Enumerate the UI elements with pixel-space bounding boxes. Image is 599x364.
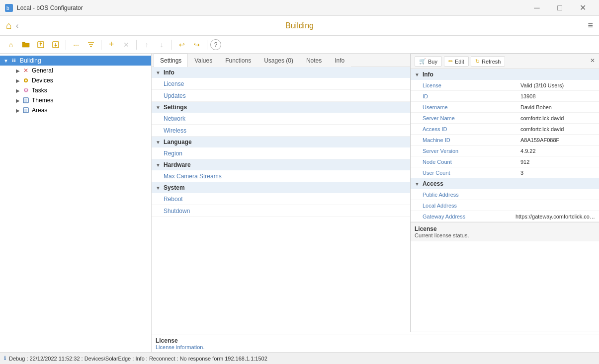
- themes-expand-icon[interactable]: ▶: [14, 96, 22, 104]
- tab-values[interactable]: Values: [188, 54, 219, 67]
- panel-serverversion-key: Server Version: [423, 148, 520, 154]
- main-layout: ▼ Building ▶ ✕ General ▶ Devices ▶ ⚙ Tas…: [0, 54, 599, 352]
- panel-serverversion-row[interactable]: Server Version 4.9.22: [411, 146, 599, 156]
- status-icon: ℹ: [4, 355, 6, 362]
- panel-machineid-val: A8A159AF088F: [520, 137, 595, 143]
- panel-usercount-key: User Count: [423, 170, 520, 176]
- svg-rect-9: [14, 60, 15, 62]
- panel-nodecount-row[interactable]: Node Count 912: [411, 156, 599, 167]
- page-title: Building: [285, 21, 314, 30]
- panel-localaddress-key: Local Address: [423, 203, 520, 209]
- tab-usages[interactable]: Usages (0): [257, 54, 300, 67]
- panel-accessid-row[interactable]: Access ID comfortclick.david: [411, 124, 599, 135]
- panel-info-section-header[interactable]: ▼ Info: [411, 69, 599, 80]
- panel-usercount-row[interactable]: User Count 3: [411, 167, 599, 178]
- maximize-button[interactable]: □: [548, 0, 571, 16]
- general-label: General: [32, 67, 53, 74]
- panel-username-val: David Boben: [520, 104, 595, 110]
- sidebar-item-areas[interactable]: ▶ Areas: [0, 105, 151, 115]
- areas-expand-icon[interactable]: ▶: [14, 106, 22, 114]
- title-bar-text: Local - bOS Configurator: [17, 4, 525, 11]
- delete-tool-button[interactable]: ✕: [119, 38, 133, 52]
- hardware-chevron-icon: ▼: [156, 162, 161, 168]
- panel-gatewayaddress-row[interactable]: Gateway Address https://gateway.comfortc…: [411, 211, 599, 222]
- panel-nodecount-val: 912: [520, 159, 595, 165]
- tab-notes[interactable]: Notes: [300, 54, 328, 67]
- bottom-text[interactable]: License information.: [156, 344, 595, 350]
- panel-id-val: 13908: [520, 93, 595, 99]
- license-panel-title: License: [415, 225, 595, 232]
- more-tool-button[interactable]: ···: [69, 38, 83, 52]
- areas-icon: [22, 106, 30, 114]
- system-chevron-icon: ▼: [156, 185, 161, 191]
- content-area: Settings Values Functions Usages (0) Not…: [152, 54, 599, 352]
- filter-tool-button[interactable]: [84, 38, 98, 52]
- status-text: Debug : 22/12/2022 11:52:32 : Devices\So…: [9, 356, 267, 362]
- panel-id-row[interactable]: ID 13908: [411, 91, 599, 102]
- import-tool-button[interactable]: [49, 38, 63, 52]
- toolbar-separator-2: [101, 40, 101, 50]
- panel-license-val: Valid (3/10 Users): [520, 82, 595, 88]
- panel-gatewayaddress-val: https://gateway.comfortclick.com/comfc: [515, 214, 595, 219]
- add-tool-button[interactable]: +: [104, 38, 118, 52]
- tasks-icon: ⚙: [22, 86, 30, 94]
- panel-machineid-row[interactable]: Machine ID A8A159AF088F: [411, 135, 599, 146]
- sidebar-item-general[interactable]: ▶ ✕ General: [0, 66, 151, 75]
- menu-button[interactable]: ≡: [588, 20, 593, 31]
- panel-serverversion-val: 4.9.22: [520, 148, 595, 154]
- folder-tool-button[interactable]: [19, 38, 33, 52]
- tab-info[interactable]: Info: [328, 54, 351, 67]
- tab-settings[interactable]: Settings: [154, 54, 188, 67]
- down-tool-button[interactable]: ↓: [155, 38, 169, 52]
- panel-username-row[interactable]: Username David Boben: [411, 102, 599, 113]
- home-tool-button[interactable]: ⌂: [4, 38, 18, 52]
- panel-info-section-label: Info: [423, 71, 433, 78]
- sidebar-item-tasks[interactable]: ▶ ⚙ Tasks: [0, 85, 151, 95]
- home-button[interactable]: ⌂: [6, 20, 12, 31]
- sidebar-item-devices[interactable]: ▶ Devices: [0, 75, 151, 85]
- svg-rect-17: [24, 109, 27, 112]
- panel-access-section-header[interactable]: ▼ Access: [411, 178, 599, 189]
- panel-publicaddress-key: Public Address: [423, 192, 520, 198]
- edit-label: Edit: [455, 59, 464, 65]
- panel-close-button[interactable]: ✕: [588, 56, 597, 65]
- panel-servername-row[interactable]: Server Name comfortclick.david: [411, 113, 599, 124]
- help-tool-button[interactable]: ?: [210, 39, 221, 50]
- refresh-button[interactable]: ↻ Refresh: [471, 56, 506, 67]
- toolbar: ⌂ ··· + ✕ ↑ ↓ ↩ ↪ ?: [0, 36, 599, 54]
- devices-expand-icon[interactable]: ▶: [14, 76, 22, 84]
- panel-access-chevron-icon: ▼: [415, 181, 420, 187]
- buy-button[interactable]: 🛒 Buy: [415, 56, 442, 67]
- sidebar-item-building[interactable]: ▼ Building: [0, 56, 151, 66]
- tasks-expand-icon[interactable]: ▶: [14, 86, 22, 94]
- general-expand-icon[interactable]: ▶: [14, 67, 22, 74]
- up-tool-button[interactable]: ↑: [140, 38, 154, 52]
- info-section-label: Info: [164, 69, 174, 76]
- svg-rect-15: [24, 99, 27, 102]
- tab-functions[interactable]: Functions: [219, 54, 257, 67]
- svg-point-13: [25, 79, 27, 81]
- export-tool-button[interactable]: [34, 38, 48, 52]
- panel-usercount-val: 3: [520, 170, 595, 176]
- minimize-button[interactable]: ─: [525, 0, 548, 16]
- panel-license-row[interactable]: License Valid (3/10 Users): [411, 80, 599, 91]
- redo-tool-button[interactable]: ↪: [190, 38, 204, 52]
- toolbar-separator-3: [136, 40, 137, 50]
- building-expand-icon[interactable]: ▼: [2, 57, 10, 65]
- close-button[interactable]: ✕: [571, 0, 594, 16]
- panel-localaddress-row[interactable]: Local Address: [411, 200, 599, 211]
- sidebar: ▼ Building ▶ ✕ General ▶ Devices ▶ ⚙ Tas…: [0, 54, 152, 352]
- devices-label: Devices: [32, 77, 53, 84]
- back-button[interactable]: ‹: [16, 21, 18, 30]
- sidebar-item-themes[interactable]: ▶ Themes: [0, 95, 151, 105]
- edit-button[interactable]: ✏ Edit: [444, 56, 469, 67]
- svg-rect-7: [11, 58, 16, 63]
- toolbar-separator-1: [66, 40, 66, 50]
- tasks-label: Tasks: [32, 87, 47, 94]
- building-label: Building: [20, 57, 41, 64]
- svg-text:b: b: [6, 5, 9, 11]
- panel-gatewayaddress-key: Gateway Address: [423, 214, 515, 219]
- title-bar-controls: ─ □ ✕: [525, 0, 594, 16]
- panel-publicaddress-row[interactable]: Public Address: [411, 189, 599, 200]
- undo-tool-button[interactable]: ↩: [175, 38, 189, 52]
